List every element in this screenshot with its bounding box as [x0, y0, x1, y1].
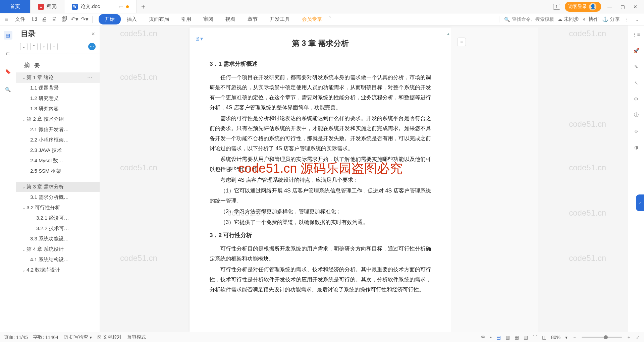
pen-icon[interactable]: ✎ [632, 62, 641, 71]
screen-icon[interactable]: ▭ [119, 4, 123, 10]
spellcheck-button[interactable]: ☑ 拼写检查 ▾ [64, 334, 92, 340]
section-32: 3．2 可行性分析 [210, 231, 431, 239]
rtab-ref[interactable]: 引用 [175, 14, 197, 24]
zoom-slider[interactable] [582, 337, 622, 338]
close-button[interactable]: ✕ [631, 3, 639, 11]
search-icon[interactable]: 🔍 [4, 85, 12, 94]
rtab-dev[interactable]: 开发工具 [264, 14, 296, 24]
rtab-view[interactable]: 视图 [219, 14, 241, 24]
proofread-button[interactable]: ☒ 文档校对 [97, 334, 122, 340]
expand-all-icon[interactable]: ⌃ [30, 43, 38, 50]
toc-item[interactable]: 3.2.1 经济可… [16, 213, 100, 223]
rtab-chapter[interactable]: 章节 [241, 14, 264, 24]
outline-icon[interactable]: ▤ [4, 31, 12, 40]
toc-close-icon[interactable]: × [91, 31, 95, 38]
weblayout-icon[interactable]: ▦ [515, 335, 519, 340]
rtab-review[interactable]: 审阅 [197, 14, 219, 24]
remove-icon[interactable]: － [50, 43, 58, 50]
toc-list[interactable]: 摘 要第 1 章 绪论⋯1.1 课题背景1.2 研究意义1.3 研究内容第 2 … [16, 54, 100, 332]
expand-icon[interactable]: ⤢ [636, 335, 640, 340]
toc-item[interactable]: 2.2 小程序框架… [16, 135, 100, 145]
panel-toggle-icon[interactable]: ≡ [457, 38, 466, 46]
toc-sync-icon[interactable]: ⋯ [88, 43, 96, 50]
redo-icon[interactable]: ↷▾ [81, 15, 89, 23]
zoom-in-icon[interactable]: ＋ [627, 334, 631, 340]
toc-item[interactable]: 2.5 SSM 框架 [16, 166, 100, 176]
help-icon[interactable]: ⓘ [632, 111, 641, 119]
settings-icon[interactable]: ⚙ [632, 95, 641, 103]
maximize-button[interactable]: ▢ [619, 3, 627, 11]
toc-item[interactable]: 3.2 可行性分析 [16, 203, 100, 213]
toc-item[interactable]: 1.3 研究内容 [16, 104, 100, 114]
word-count[interactable]: 字数: 11464 [33, 334, 58, 340]
sync-button[interactable]: ☁ 未同步 [557, 16, 579, 22]
notification-badge[interactable]: 1 [553, 4, 560, 10]
scroll-top-icon[interactable]: ▴ [447, 31, 450, 34]
share-button[interactable]: ⚓ 分享 [602, 16, 620, 22]
coop-button[interactable]: ᯤ 协作 [582, 16, 599, 22]
theme-icon[interactable]: ◑ [632, 143, 641, 152]
zoom-level[interactable]: 80% [551, 335, 560, 340]
page: 🗎▾ ▴ 第 3 章 需求分析 3．1 需求分析概述 任何一个项目在开发研究前，… [190, 27, 451, 332]
para: （2）学习方法变得更加多样化，管理更加标准化； [210, 207, 431, 217]
rtab-insert[interactable]: 插入 [121, 14, 143, 24]
undo-icon[interactable]: ↶▾ [71, 15, 79, 23]
page-option-icon[interactable]: 🗎▾ [195, 36, 203, 42]
eye-icon[interactable]: 👁 [481, 335, 485, 340]
docshell-icon: ⬥ [38, 4, 44, 10]
tab-docshell[interactable]: ⬥稻壳 [31, 0, 64, 13]
toc-item[interactable]: 第 2 章 技术介绍 [16, 114, 100, 124]
outline-view-icon[interactable]: ▧ [524, 335, 528, 340]
toc-item[interactable]: 第 3 章 需求分析 [16, 182, 100, 192]
pagelayout-icon[interactable]: ▤ [496, 335, 501, 340]
tab-add[interactable]: ＋ [137, 0, 150, 13]
folder-icon[interactable]: 🗀 [4, 49, 12, 58]
login-button[interactable]: 访客登录👤 [565, 2, 601, 12]
toc-item[interactable]: 1.1 课题背景 [16, 83, 100, 93]
toc-item[interactable]: 4.2 数据库设计 [16, 265, 100, 275]
menu-icon[interactable]: ⋮≡ [632, 30, 641, 39]
export-icon[interactable]: 🗐 [61, 15, 69, 23]
emoji-icon[interactable]: ☺ [632, 127, 641, 135]
side-drawer-toggle[interactable]: ‹ [636, 194, 644, 211]
cursor-icon[interactable]: ↖ [632, 78, 641, 87]
rtab-layout[interactable]: 页面布局 [143, 14, 175, 24]
zoom-out-icon[interactable]: － [572, 334, 577, 340]
dot-icon[interactable]: • [490, 335, 492, 340]
chapter-title: 第 3 章 需求分析 [210, 38, 431, 49]
save-icon[interactable]: 🖫 [31, 15, 39, 23]
toc-item[interactable]: 3.2.2 技术可… [16, 223, 100, 234]
bookmark-icon[interactable]: 🔖 [4, 67, 12, 76]
rtab-start[interactable]: 开始 [99, 14, 121, 24]
compat-mode[interactable]: 兼容模式 [127, 334, 146, 340]
reading-icon[interactable]: ▥ [505, 335, 510, 340]
file-menu[interactable]: 文件 [12, 16, 29, 22]
tab-document[interactable]: W论文.doc▭ [64, 0, 137, 13]
toc-item[interactable]: 第 4 章 系统设计 [16, 244, 100, 254]
add-icon[interactable]: ＋ [40, 43, 48, 50]
preview-icon[interactable]: 🗎 [51, 15, 59, 23]
fullscreen-icon[interactable]: ⛶ [533, 335, 537, 340]
toc-item[interactable]: 3.3 系统功能设… [16, 234, 100, 244]
search-box[interactable]: 🔍 查找命令、搜索模板 [499, 16, 554, 22]
collapse-all-icon[interactable]: ⌄ [20, 43, 28, 50]
page-indicator[interactable]: 页面: 11/45 [4, 334, 28, 340]
print-icon[interactable]: 🖨 [41, 15, 49, 23]
tab-home[interactable]: 首页 [0, 0, 31, 13]
hamburger-icon[interactable]: ≡ [3, 16, 10, 23]
ribbon-more[interactable]: › [328, 14, 332, 24]
rtab-vip[interactable]: 会员专享 [296, 14, 328, 24]
toc-item[interactable]: 3.1 需求分析概… [16, 192, 100, 203]
toc-item[interactable]: 2.3 JAVA 技术 [16, 145, 100, 156]
split-icon[interactable]: ◫ [542, 335, 546, 340]
minimize-button[interactable]: — [606, 3, 614, 11]
ribbon-menu-icon[interactable]: ⋮ [623, 17, 631, 22]
toc-item[interactable]: 4.1 系统结构设… [16, 254, 100, 265]
toc-item[interactable]: 2.4 Mysql 数… [16, 156, 100, 166]
toc-item[interactable]: 1.2 研究意义 [16, 93, 100, 104]
toc-item[interactable]: 第 1 章 绪论⋯ [16, 72, 100, 83]
rocket-icon[interactable]: 🚀 [632, 46, 641, 55]
toc-item[interactable]: 2.1 微信开发者… [16, 124, 100, 135]
collapse-ribbon-icon[interactable]: ⌄ [634, 17, 641, 22]
toc-item-abstract[interactable]: 摘 要 [16, 56, 100, 72]
